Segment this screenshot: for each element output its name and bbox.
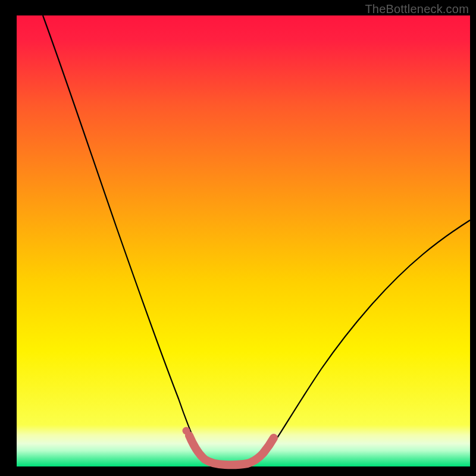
bottleneck-chart — [0, 0, 476, 476]
chart-frame: TheBottleneck.com — [0, 0, 476, 476]
optimal-zone-start-dot — [183, 427, 190, 435]
watermark-text: TheBottleneck.com — [365, 2, 469, 16]
gradient-upper — [17, 15, 470, 425]
plot-area — [17, 15, 470, 466]
